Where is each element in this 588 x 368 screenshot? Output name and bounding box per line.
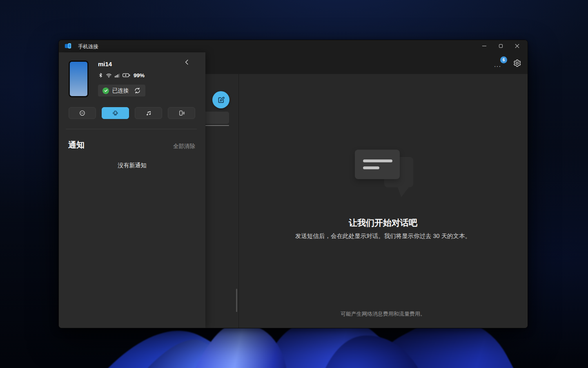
device-name: mi14 <box>98 61 112 67</box>
vibrate-phone-icon <box>112 110 119 117</box>
settings-button[interactable] <box>513 59 522 68</box>
new-message-button[interactable] <box>212 91 229 108</box>
notification-count-badge: 6 <box>500 56 507 63</box>
refresh-icon <box>134 87 141 94</box>
phone-audio-button[interactable] <box>168 107 195 119</box>
connection-status: 已连接 <box>98 85 145 96</box>
minimize-button[interactable] <box>476 40 492 52</box>
device-panel: mi14 99% <box>59 52 205 328</box>
gear-icon <box>513 59 521 67</box>
wifi-icon <box>105 72 112 79</box>
notifications-title: 通知 <box>68 139 85 150</box>
window-title: 手机连接 <box>78 43 98 50</box>
clear-all-button[interactable]: 全部清除 <box>173 143 195 150</box>
phone-link-window: 手机连接 ··· 6 <box>58 40 528 328</box>
battery-charging-icon <box>122 72 130 78</box>
connected-label: 已连接 <box>112 87 129 94</box>
desktop-background: 手机连接 ··· 6 <box>0 0 588 368</box>
close-button[interactable] <box>509 40 525 52</box>
cellular-signal-icon <box>114 72 120 79</box>
do-not-disturb-icon <box>79 110 86 117</box>
audio-player-button[interactable] <box>135 107 162 119</box>
collapse-panel-button[interactable] <box>183 58 192 67</box>
phone-screen-thumbnail[interactable] <box>69 61 89 97</box>
phone-link-app-icon <box>65 43 71 49</box>
do-not-disturb-button[interactable] <box>69 107 96 119</box>
tab-underline <box>205 125 229 126</box>
connected-check-icon <box>102 88 109 94</box>
bubble-text-line <box>363 159 392 162</box>
titlebar: 手机连接 <box>59 40 528 52</box>
chevron-left-icon <box>183 58 191 66</box>
refresh-button[interactable] <box>134 87 141 94</box>
chat-bubble-tail <box>397 186 410 197</box>
minimize-icon <box>482 46 486 46</box>
close-icon <box>515 44 519 48</box>
maximize-icon <box>499 44 503 48</box>
scrollbar-thumb[interactable] <box>236 289 237 312</box>
battery-percent: 99% <box>134 72 145 79</box>
phone-audio-icon <box>178 110 185 117</box>
more-icon: ··· <box>494 65 501 68</box>
conversation-filter-tab[interactable] <box>205 112 229 124</box>
bubble-text-line <box>363 166 379 169</box>
empty-state-title: 让我们开始对话吧 <box>238 217 528 229</box>
chat-bubble-front <box>355 150 400 179</box>
network-fee-hint: 可能产生网络消息费用和流量费用。 <box>238 310 528 318</box>
compose-icon <box>217 96 225 104</box>
more-options-button[interactable]: ··· 6 <box>494 58 506 70</box>
empty-conversation-state: 让我们开始对话吧 发送短信后，会在此处显示对话。我们将显示你过去 30 天的文本… <box>238 74 528 328</box>
device-status-row: 99% <box>98 72 145 79</box>
device-toolbar <box>69 107 195 119</box>
bluetooth-icon <box>98 72 103 79</box>
empty-state-subtitle: 发送短信后，会在此处显示对话。我们将显示你过去 30 天的文本。 <box>238 232 528 240</box>
maximize-button[interactable] <box>492 40 509 52</box>
music-note-icon <box>145 110 152 117</box>
panel-divider <box>66 129 197 129</box>
no-notifications-label: 没有新通知 <box>59 162 205 169</box>
vibrate-button[interactable] <box>102 107 129 119</box>
